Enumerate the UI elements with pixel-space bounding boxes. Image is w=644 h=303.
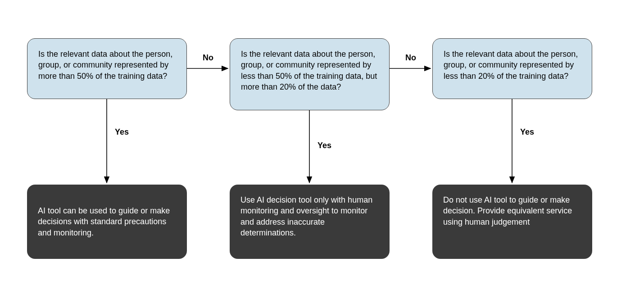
flowchart-canvas: Is the relevant data about the person, g… [0,0,644,303]
edge-label-q2-q3: No [405,53,416,63]
decision-text: Is the relevant data about the person, g… [38,50,172,81]
decision-text: Is the relevant data about the person, g… [241,50,377,91]
decision-node-q3: Is the relevant data about the person, g… [432,38,592,99]
outcome-text: AI tool can be used to guide or make dec… [38,205,176,238]
decision-node-q1: Is the relevant data about the person, g… [27,38,187,99]
edge-label-q3-o3: Yes [520,127,534,137]
outcome-text: Do not use AI tool to guide or make deci… [443,195,572,226]
edge-label-q1-q2: No [203,53,213,63]
edge-label-q1-o1: Yes [115,127,129,137]
decision-node-q2: Is the relevant data about the person, g… [230,38,390,110]
decision-text: Is the relevant data about the person, g… [444,50,578,81]
edge-label-q2-o2: Yes [317,141,331,150]
outcome-node-o3: Do not use AI tool to guide or make deci… [432,185,592,259]
outcome-node-o2: Use AI decision tool only with human mon… [230,185,390,259]
outcome-text: Use AI decision tool only with human mon… [240,195,372,237]
outcome-node-o1: AI tool can be used to guide or make dec… [27,185,187,259]
